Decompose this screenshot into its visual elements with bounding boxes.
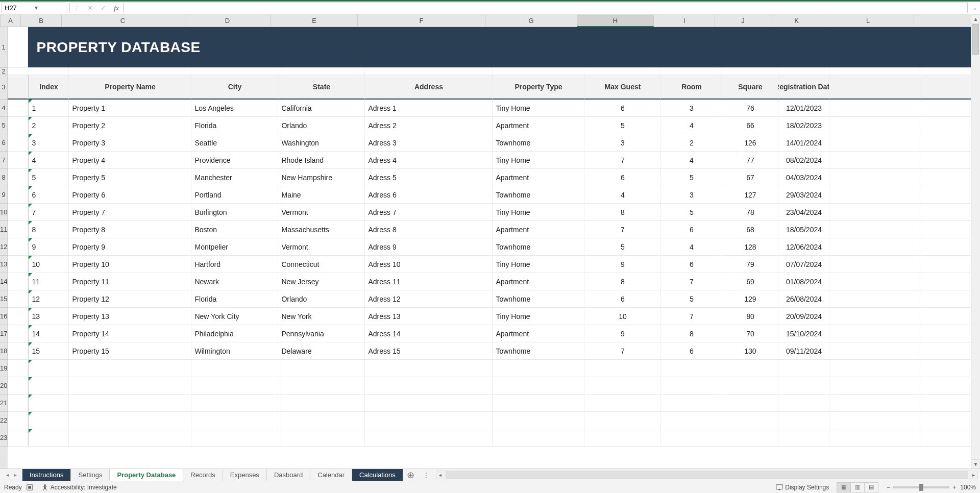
tab-first-icon[interactable]: ◂: [3, 472, 11, 478]
cell-wD-19[interactable]: [191, 360, 278, 377]
cell-address-7[interactable]: Adress 8: [365, 221, 493, 238]
cell-wE-20[interactable]: [278, 377, 365, 395]
cell-square-12[interactable]: 80: [722, 308, 778, 325]
cell-type-1[interactable]: Apartment: [493, 117, 584, 134]
cell-max-guest-13[interactable]: 9: [584, 325, 661, 342]
cell-room-3[interactable]: 4: [661, 152, 722, 169]
cell-max-guest-0[interactable]: 6: [584, 100, 661, 117]
cell-wC-23[interactable]: [69, 429, 191, 447]
cell-name-7[interactable]: Property 8: [69, 221, 191, 238]
view-page-break-button[interactable]: ▤: [864, 482, 878, 492]
cell-square-13[interactable]: 70: [722, 325, 778, 342]
cell-city-6[interactable]: Burlington: [191, 204, 278, 221]
cell-name-13[interactable]: Property 14: [69, 325, 191, 342]
cell-max-guest-10[interactable]: 8: [584, 273, 661, 290]
cell-type-0[interactable]: Tiny Home: [493, 100, 584, 117]
cell-notes-10[interactable]: [921, 273, 971, 290]
cell-type-8[interactable]: Townhome: [493, 238, 584, 256]
cell-address-10[interactable]: Adress 11: [365, 273, 493, 290]
cell-reg-date-3[interactable]: 08/02/2024: [778, 152, 829, 169]
cell-reg-date-11[interactable]: 26/08/2024: [778, 290, 829, 308]
cell-wD-23[interactable]: [191, 429, 278, 447]
cell-index-12[interactable]: 13: [28, 308, 69, 325]
cell-city-1[interactable]: Florida: [191, 117, 278, 134]
cell-A7[interactable]: [8, 152, 28, 169]
cell-A5[interactable]: [8, 117, 28, 134]
column-header-I[interactable]: I: [654, 15, 715, 27]
cell-state-5[interactable]: Maine: [278, 186, 365, 204]
cell-L8[interactable]: [829, 169, 921, 186]
cell-room-10[interactable]: 7: [661, 273, 722, 290]
cell-L13[interactable]: [829, 256, 921, 273]
cell-L10[interactable]: [829, 204, 921, 221]
cell-state-10[interactable]: New Jersey: [278, 273, 365, 290]
cell-address-9[interactable]: Adress 10: [365, 256, 493, 273]
cell-notes-14[interactable]: [921, 342, 971, 360]
cell-A13[interactable]: [8, 256, 28, 273]
cell-state-0[interactable]: California: [278, 100, 365, 117]
cell-index-8[interactable]: 9: [28, 238, 69, 256]
column-header-B[interactable]: B: [21, 15, 62, 27]
cell-index-2[interactable]: 3: [28, 134, 69, 152]
cell-reg-date-9[interactable]: 07/07/2024: [778, 256, 829, 273]
row-header-17[interactable]: 17: [0, 325, 8, 342]
view-normal-button[interactable]: ▦: [837, 482, 851, 492]
cell-L11[interactable]: [829, 221, 921, 238]
cell-L5[interactable]: [829, 117, 921, 134]
cell-notes-0[interactable]: [921, 100, 971, 117]
cell-type-7[interactable]: Apartment: [493, 221, 584, 238]
cell-state-14[interactable]: Delaware: [278, 342, 365, 360]
cell-wC-20[interactable]: [69, 377, 191, 395]
cell-city-4[interactable]: Manchester: [191, 169, 278, 186]
cell-city-13[interactable]: Philadelphia: [191, 325, 278, 342]
cell-square-10[interactable]: 69: [722, 273, 778, 290]
cell-max-guest-9[interactable]: 9: [584, 256, 661, 273]
cell-wJ-21[interactable]: [722, 395, 778, 412]
cell-type-12[interactable]: Tiny Home: [493, 308, 584, 325]
cell-wC-22[interactable]: [69, 412, 191, 429]
cell-wI-19[interactable]: [661, 360, 722, 377]
cell-wD-21[interactable]: [191, 395, 278, 412]
zoom-slider-thumb[interactable]: [919, 484, 923, 491]
cell-index-13[interactable]: 14: [28, 325, 69, 342]
cell-L14[interactable]: [829, 273, 921, 290]
cell-wJ-22[interactable]: [722, 412, 778, 429]
row-header-16[interactable]: 16: [0, 308, 8, 325]
row-header-18[interactable]: 18: [0, 342, 8, 360]
cell-wI-21[interactable]: [661, 395, 722, 412]
cell-notes-6[interactable]: [921, 204, 971, 221]
cell-wI-22[interactable]: [661, 412, 722, 429]
cell-notes-12[interactable]: [921, 308, 971, 325]
cell-wL-23[interactable]: [829, 429, 921, 447]
cell-state-8[interactable]: Vermont: [278, 238, 365, 256]
cell-M19[interactable]: [921, 360, 971, 377]
cell-type-5[interactable]: Townhome: [493, 186, 584, 204]
cell-city-10[interactable]: Newark: [191, 273, 278, 290]
cell-type-14[interactable]: Townhome: [493, 342, 584, 360]
cell-name-6[interactable]: Property 7: [69, 204, 191, 221]
cell-room-2[interactable]: 2: [661, 134, 722, 152]
cell-row2-8[interactable]: [661, 68, 722, 75]
cell-wE-23[interactable]: [278, 429, 365, 447]
cell-index-0[interactable]: 1: [28, 100, 69, 117]
cell-name-5[interactable]: Property 6: [69, 186, 191, 204]
cell-wG-22[interactable]: [493, 412, 584, 429]
cell-notes-4[interactable]: [921, 169, 971, 186]
cell-wK-19[interactable]: [778, 360, 829, 377]
cell-L15[interactable]: [829, 290, 921, 308]
new-sheet-button[interactable]: ⊕: [403, 469, 419, 481]
sheet-tab-instructions[interactable]: Instructions: [22, 469, 71, 481]
cell-wG-21[interactable]: [493, 395, 584, 412]
scroll-up-button[interactable]: ▲: [971, 15, 980, 24]
row-header-1[interactable]: 1: [0, 27, 8, 68]
cell-wL-20[interactable]: [829, 377, 921, 395]
cell-A11[interactable]: [8, 221, 28, 238]
cell-wD-22[interactable]: [191, 412, 278, 429]
confirm-formula-button[interactable]: ✓: [96, 3, 110, 13]
cell-index-6[interactable]: 7: [28, 204, 69, 221]
column-header-H[interactable]: H: [577, 15, 654, 27]
cell-A16[interactable]: [8, 308, 28, 325]
cell-reg-date-2[interactable]: 14/01/2024: [778, 134, 829, 152]
cell-city-0[interactable]: Los Angeles: [191, 100, 278, 117]
cell-reg-date-13[interactable]: 15/10/2024: [778, 325, 829, 342]
